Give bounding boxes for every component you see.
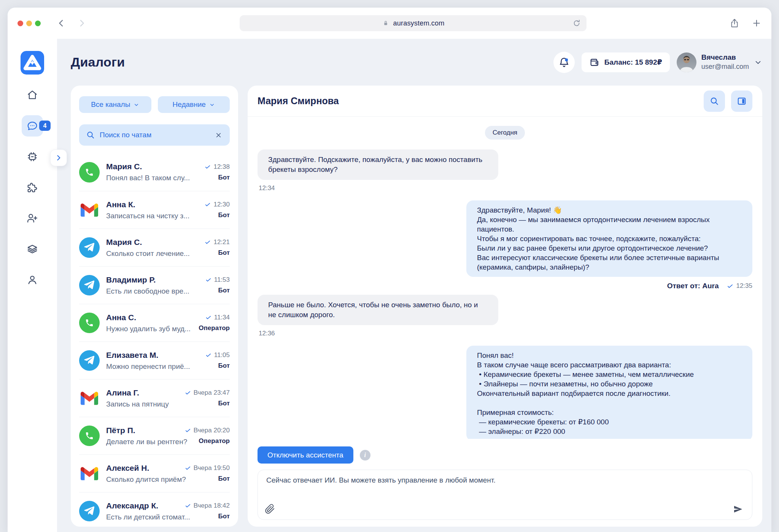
chat-list-item[interactable]: Елизавета М. Можно перенести приё... 11:… [79,341,230,379]
chat-list-item[interactable]: Мария С. Сколько стоит лечение... 12:21 … [79,229,230,266]
chat-list-item[interactable]: Анна С. Нужно удалить зуб муд... 11:34 О… [79,304,230,341]
sidebar-item-knowledge[interactable] [22,238,43,260]
share-icon[interactable] [730,18,739,28]
channel-avatar [79,275,100,295]
chat-preview: Запись на пятницу [106,400,169,408]
chat-time: Вчера 23:47 [194,389,230,397]
chat-agent: Бот [205,249,230,257]
chat-preview: Нужно удалить зуб муд... [106,325,191,333]
search-input[interactable] [100,131,210,139]
collapse-panel-button[interactable] [50,149,67,166]
channel-avatar [79,237,100,258]
chat-preview: Сколько стоит лечение... [106,249,190,258]
chat-agent: Бот [205,211,230,219]
chat-time: 11:53 [214,276,230,284]
wallet-icon [589,57,600,68]
sidebar-item-integrations[interactable] [22,177,43,198]
sidebar: 4 [8,39,57,532]
close-window-button[interactable] [17,21,23,26]
sidebar-item-dialogs[interactable]: 4 [22,115,43,137]
telegram-icon [79,350,100,371]
minimize-window-button[interactable] [26,21,32,26]
filter-recent-label: Недавние [173,100,206,109]
profile-menu[interactable]: Вячеслав user@mail.com [677,52,762,72]
check-icon [205,352,211,358]
chevron-down-icon [209,102,215,108]
sidebar-item-add-user[interactable] [22,208,43,229]
chat-preview: Понял вас! В таком слу... [106,174,190,182]
message-history: Сегодня Здравствуйте. Подскажите, пожалу… [248,117,762,439]
attach-file-button[interactable] [265,504,275,514]
chevron-right-icon [55,154,62,162]
browser-window: aurasystem.com 4 [8,8,771,532]
page-title: Диалоги [71,55,125,70]
toggle-details-button[interactable] [731,91,752,112]
chat-agent: Бот [205,174,230,181]
url-bar[interactable]: aurasystem.com [240,15,587,31]
conversation-header: Мария Смирнова [248,86,762,117]
chat-agent: Бот [185,475,230,483]
message-composer[interactable] [258,470,752,520]
filter-channels-label: Все каналы [91,100,130,109]
search-icon [86,130,95,140]
check-icon [185,465,191,471]
traffic-lights [17,21,41,26]
check-icon [185,427,191,434]
chat-name: Александр К. [106,501,178,510]
chevron-down-icon[interactable] [754,58,762,67]
chat-name: Алина Г. [106,388,169,397]
chat-search[interactable] [79,124,230,146]
clear-search-button[interactable] [214,131,223,140]
back-icon[interactable] [57,19,66,28]
message-bubble: Здравствуйте. Подскажите, пожалуйста, у … [258,149,498,180]
browser-chrome: aurasystem.com [8,8,771,39]
contact-name: Мария Смирнова [258,95,339,106]
chat-name: Владимир Р. [106,275,189,284]
message-outgoing: Здравствуйте, Мария! 👋 Да, конечно — мы … [466,200,752,290]
lock-icon [382,19,390,27]
chat-list-item[interactable]: Алексей Н. Сколько длится приём? Вчера 1… [79,454,230,492]
send-message-button[interactable] [732,503,744,515]
filter-recent[interactable]: Недавние [158,96,230,113]
chat-list-item[interactable]: Александр К. Есть ли детский стомат... В… [79,492,230,527]
sidebar-item-home[interactable] [22,84,43,106]
balance-text: Баланс: 15 892₽ [604,58,662,67]
message-bubble: Раньше не было. Хочется, чтобы не очень … [258,295,498,325]
search-in-chat-button[interactable] [704,91,725,112]
aura-logo[interactable] [21,51,44,75]
sidebar-item-assistant[interactable] [22,146,43,167]
chat-list-item[interactable]: Анна К. Записаться на чистку з... 12:30 … [79,191,230,229]
layers-icon [27,243,38,255]
chat-list-item[interactable]: Алина Г. Запись на пятницу Вчера 23:47 Б… [79,379,230,417]
filter-channels[interactable]: Все каналы [79,96,151,113]
message-input[interactable] [258,470,752,494]
sidebar-item-profile[interactable] [22,269,43,291]
forward-icon[interactable] [77,19,86,28]
chat-list-item[interactable]: Пётр П. Делаете ли вы рентген? Вчера 20:… [79,417,230,454]
check-icon [185,390,191,396]
reload-icon[interactable] [572,19,581,28]
chat-time: Вчера 20:20 [194,427,230,434]
chat-preview: Сколько длится приём? [106,475,178,484]
chat-list-item[interactable]: Мария С. Понял вас! В таком слу... 12:38… [79,153,230,191]
chat-items: Мария С. Понял вас! В таком слу... 12:38… [79,153,230,527]
balance-button[interactable]: Баланс: 15 892₽ [582,52,670,72]
telegram-icon [79,275,100,295]
message-time: 12:34 [259,184,752,192]
page-header: Диалоги Баланс: 15 892₽ [57,39,771,86]
disable-assistant-button[interactable]: Отключить ассистента [258,446,353,464]
new-tab-icon[interactable] [752,18,762,28]
zoom-window-button[interactable] [35,21,41,26]
info-icon[interactable]: i [360,450,370,461]
user-icon [27,274,38,286]
sidebar-nav: 4 [22,84,43,291]
check-icon [205,202,211,208]
telegram-icon [79,237,100,258]
chat-agent: Оператор [185,437,230,445]
notifications-button[interactable] [553,52,575,73]
message-time: 12:35 [736,282,752,290]
message-bubble: Понял вас! В таком случае чаще всего рас… [466,346,752,439]
search-icon [709,96,719,106]
chat-list-item[interactable]: Владимир Р. Есть ли свободное вре... 11:… [79,266,230,304]
chat-agent: Бот [205,362,230,370]
